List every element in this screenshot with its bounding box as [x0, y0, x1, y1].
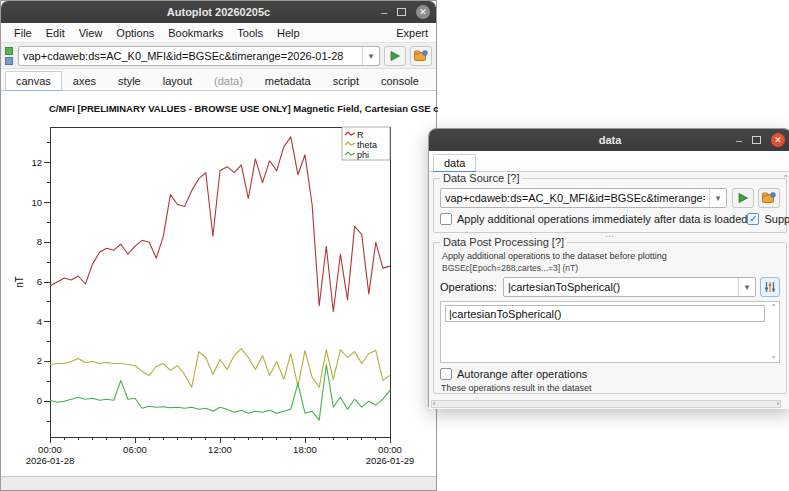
horizontal-scrollbar[interactable]: ‹ › [431, 400, 781, 408]
autorange-label: Autorange after operations [457, 368, 587, 380]
svg-text:R: R [357, 130, 364, 140]
svg-text:2026-01-29: 2026-01-29 [366, 455, 415, 466]
svg-text:00:00: 00:00 [378, 444, 402, 455]
dialog-plot-go-button[interactable] [732, 188, 754, 208]
svg-text:4: 4 [37, 316, 42, 327]
tab-console[interactable]: console [370, 71, 430, 90]
apply-immediately-checkbox[interactable] [440, 213, 452, 225]
dialog-minimize-icon[interactable]: – [736, 135, 742, 146]
svg-text:theta: theta [357, 140, 377, 150]
suppress-reset-label: Suppress Reset [764, 213, 789, 225]
dialog-uri-combobox[interactable]: ▾ [440, 188, 727, 208]
editor-scroll-down-icon[interactable]: ⌄ [770, 352, 777, 360]
datasource-type-icon [5, 47, 14, 65]
uri-combobox[interactable]: ▾ [18, 46, 380, 66]
operations-combobox[interactable]: ▾ [503, 277, 756, 297]
autoplot-window: Autoplot 20260205c – ✕ File Edit View Op… [0, 0, 437, 491]
tab-axes[interactable]: axes [62, 71, 107, 90]
operations-chevron-down-icon[interactable]: ▾ [738, 278, 755, 296]
tab-script[interactable]: script [322, 71, 370, 90]
menu-edit[interactable]: Edit [39, 25, 72, 41]
close-icon[interactable]: ✕ [416, 5, 430, 19]
menu-help[interactable]: Help [270, 25, 307, 41]
tab-canvas[interactable]: canvas [5, 71, 62, 90]
plot-canvas[interactable]: C/MFI [PRELIMINARY VALUES - BROWSE USE O… [1, 91, 438, 483]
dialog-close-icon[interactable]: ✕ [771, 133, 785, 147]
autoplot-titlebar[interactable]: Autoplot 20260205c – ✕ [1, 1, 436, 23]
menubar: File Edit View Options Bookmarks Tools H… [1, 23, 436, 43]
series-theta [50, 349, 390, 388]
status-bar [1, 476, 436, 490]
operations-filter-button[interactable] [760, 277, 780, 297]
dialog-tab-data[interactable]: data [433, 154, 476, 171]
suppress-reset-checkbox[interactable]: ✓ [747, 213, 759, 225]
menu-options[interactable]: Options [109, 25, 161, 41]
scroll-left-icon[interactable]: ‹ [432, 401, 436, 407]
autorange-checkbox[interactable] [440, 368, 452, 380]
editor-scroll-up-icon[interactable]: ⌃ [770, 304, 777, 312]
dataset-label: BGSEc[Epoch=288,cartes...=3] (nT) [442, 263, 778, 273]
filters-icon [764, 281, 776, 293]
post-processing-group: Data Post Processing [?] Apply additiona… [433, 242, 787, 394]
main-tabbar: canvas axes style layout (data) metadata… [1, 69, 436, 91]
dialog-play-icon [737, 192, 749, 204]
dialog-content: ⌃ Data Source [?] ▾ [429, 172, 789, 409]
tab-style[interactable]: style [107, 71, 152, 90]
dialog-uri-input[interactable] [441, 192, 709, 204]
svg-text:12: 12 [31, 157, 42, 168]
svg-text:06:00: 06:00 [123, 444, 147, 455]
post-processing-description: Apply additional operations to the datas… [442, 251, 778, 261]
autoplot-window-title: Autoplot 20260205c [1, 6, 436, 18]
y-axis-label: nT [14, 276, 25, 288]
minimize-icon[interactable]: – [381, 7, 387, 18]
svg-text:12:00: 12:00 [208, 444, 232, 455]
maximize-icon[interactable] [397, 8, 406, 16]
post-processing-help-link[interactable]: [?] [552, 236, 564, 248]
operations-label: Operations: [440, 281, 497, 293]
expert-mode-label[interactable]: Expert [396, 27, 430, 39]
axes [44, 127, 390, 443]
scroll-right-icon[interactable]: › [776, 401, 780, 407]
operations-editor-input[interactable] [445, 305, 765, 322]
plot-go-button[interactable] [384, 46, 406, 66]
data-dialog-titlebar[interactable]: data – ✕ [429, 129, 789, 151]
tab-metadata[interactable]: metadata [254, 71, 322, 90]
data-dialog-window: data – ✕ data ⌃ Data Source [?] ▾ [428, 128, 789, 408]
uri-input[interactable] [19, 50, 362, 62]
svg-text:00:00: 00:00 [38, 444, 62, 455]
operations-status-text: These operations result in the dataset [441, 383, 779, 393]
svg-text:10: 10 [31, 197, 42, 208]
menu-file[interactable]: File [7, 25, 39, 41]
menu-bookmarks[interactable]: Bookmarks [161, 25, 230, 41]
dialog-uri-chevron-down-icon[interactable]: ▾ [709, 189, 726, 207]
plot-canvas-area: C/MFI [PRELIMINARY VALUES - BROWSE USE O… [1, 91, 436, 483]
apply-immediately-label: Apply additional operations immediately … [457, 213, 747, 225]
plot-title: C/MFI [PRELIMINARY VALUES - BROWSE USE O… [49, 103, 438, 114]
data-source-legend: Data Source [443, 172, 504, 184]
dialog-tabbar: data [429, 151, 789, 172]
menu-view[interactable]: View [72, 25, 110, 41]
menu-tools[interactable]: Tools [230, 25, 270, 41]
operations-editor-panel[interactable]: ⌃ ⌄ [440, 301, 780, 363]
dialog-maximize-icon[interactable] [752, 136, 761, 144]
dialog-inspect-uri-button[interactable] [758, 188, 780, 208]
data-source-help-link[interactable]: [?] [507, 172, 519, 184]
play-icon [389, 50, 401, 62]
folder-edit-icon [414, 50, 428, 62]
inspect-uri-button[interactable] [410, 46, 432, 66]
tick-labels: 00:002026-01-2806:0012:0018:0000:002026-… [26, 157, 415, 466]
svg-text:6: 6 [37, 276, 42, 287]
plot-legend: Rthetaphi [342, 127, 390, 160]
series-R [50, 137, 390, 312]
svg-text:2: 2 [37, 355, 42, 366]
svg-text:0: 0 [37, 395, 42, 406]
tab-data[interactable]: (data) [203, 71, 254, 90]
post-processing-legend: Data Post Processing [443, 236, 549, 248]
data-source-group: Data Source [?] ▾ [433, 178, 787, 233]
svg-text:phi: phi [357, 150, 369, 160]
svg-text:18:00: 18:00 [293, 444, 317, 455]
operations-input[interactable] [504, 281, 738, 293]
series-phi [50, 365, 390, 421]
tab-layout[interactable]: layout [152, 71, 203, 90]
chevron-down-icon[interactable]: ▾ [362, 47, 379, 65]
